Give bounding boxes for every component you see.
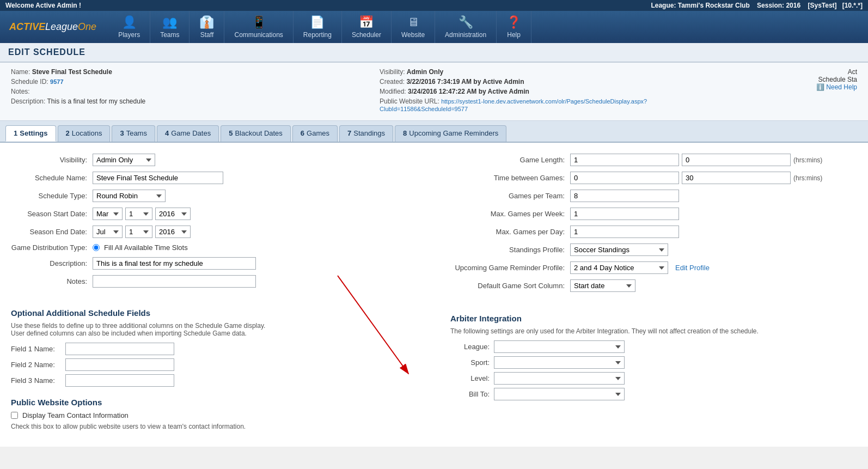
- optional-fields-title: Optional Additional Schedule Fields: [11, 308, 418, 318]
- field1-input[interactable]: [65, 343, 174, 355]
- tab-settings[interactable]: 1Settings: [5, 125, 56, 142]
- nav-communications[interactable]: 📱 Communications: [224, 11, 293, 43]
- nav-scheduler-label: Scheduler: [352, 31, 381, 39]
- tab-blackout-dates[interactable]: 5Blackout Dates: [221, 125, 291, 142]
- nav-players-label: Players: [118, 31, 140, 39]
- games-per-team-label: Games per Team:: [445, 192, 570, 200]
- time-between-hrs[interactable]: [570, 172, 679, 184]
- tab-locations[interactable]: 2Locations: [58, 125, 111, 142]
- arbiter-league-label: League:: [450, 343, 494, 351]
- games-per-team-input[interactable]: [570, 190, 679, 202]
- season-start-day[interactable]: 123: [125, 208, 152, 220]
- max-games-week-row: Max. Games per Week:: [445, 208, 857, 220]
- tab-games[interactable]: 6Games: [292, 125, 338, 142]
- season-start-year[interactable]: 201520162017: [155, 208, 191, 220]
- nav-teams[interactable]: 👥 Teams: [150, 11, 190, 43]
- time-between-mins[interactable]: [682, 172, 791, 184]
- need-help-link[interactable]: ℹ️ Need Help: [816, 83, 857, 91]
- schedule-info-section: Name: Steve Final Test Schedule Schedule…: [0, 63, 868, 121]
- name-value: Steve Final Test Schedule: [32, 68, 112, 76]
- admin-name: Active Admin !: [35, 2, 81, 9]
- schedule-status-label: Schedule Sta: [748, 76, 857, 83]
- max-games-week-input[interactable]: [570, 208, 679, 220]
- season-end-year[interactable]: 201520162017: [155, 226, 191, 238]
- display-contact-desc: Check this box to allow public website u…: [11, 423, 418, 430]
- nav-reporting[interactable]: 📄 Reporting: [294, 11, 342, 43]
- modified-row: Modified: 3/24/2016 12:47:22 AM by Activ…: [380, 88, 726, 95]
- arbiter-level-select[interactable]: [494, 372, 625, 385]
- standings-profile-select[interactable]: Soccer Standings Baseball Standings Cust…: [570, 243, 668, 256]
- default-sort-label: Default Game Sort Column:: [445, 282, 570, 290]
- arbiter-bill-row: Bill To:: [450, 388, 857, 400]
- visibility-select[interactable]: Admin Only Public Members Only: [93, 154, 155, 166]
- season-end-inputs: JanFebMarAprMayJunJulAugSepOctNovDec 123…: [93, 226, 191, 238]
- season-end-label: Season End Date:: [11, 228, 93, 236]
- field3-label: Field 3 Name:: [11, 376, 65, 385]
- nav-administration[interactable]: 🔧 Administration: [435, 11, 497, 43]
- nav-help[interactable]: ❓ Help: [497, 11, 531, 43]
- schedule-name-row: Schedule Name:: [11, 172, 423, 184]
- game-dist-label: Game Distribution Type:: [11, 243, 93, 252]
- nav-staff[interactable]: 👔 Staff: [190, 11, 224, 43]
- visibility-info-label: Visibility:: [380, 68, 405, 76]
- scheduler-icon: 📅: [359, 15, 374, 29]
- max-games-week-label: Max. Games per Week:: [445, 210, 570, 218]
- nav-scheduler[interactable]: 📅 Scheduler: [342, 11, 392, 43]
- standings-profile-label: Standings Profile:: [445, 246, 570, 254]
- form-right: Game Length: (hrs:mins) Time between Gam…: [445, 154, 857, 297]
- upcoming-reminder-label: Upcoming Game Reminder Profile:: [445, 264, 570, 272]
- field2-row: Field 2 Name:: [11, 358, 418, 371]
- default-sort-select[interactable]: Start date Home team Away team: [570, 279, 635, 292]
- season-end-day[interactable]: 123: [125, 226, 152, 238]
- act-label: Act: [748, 68, 857, 76]
- schedule-name-input[interactable]: [93, 172, 223, 184]
- arbiter-bill-label: Bill To:: [450, 390, 494, 398]
- url-row: Public Website URL: https://systest1-lon…: [380, 98, 726, 113]
- field3-input[interactable]: [65, 374, 174, 387]
- id-value[interactable]: 9577: [50, 78, 63, 85]
- tab-standings[interactable]: 7Standings: [339, 125, 393, 142]
- tab-teams[interactable]: 3Teams: [112, 125, 155, 142]
- id-label: Schedule ID:: [11, 78, 48, 86]
- nav-players[interactable]: 👤 Players: [108, 11, 150, 43]
- notes-input[interactable]: [93, 275, 256, 288]
- display-contact-label: Display Team Contact Information: [22, 411, 129, 419]
- visibility-info-value: Admin Only: [407, 68, 443, 76]
- field3-row: Field 3 Name:: [11, 374, 418, 387]
- tabs-bar: 1Settings 2Locations 3Teams 4Game Dates …: [0, 121, 868, 143]
- display-contact-checkbox[interactable]: [11, 412, 18, 419]
- arbiter-sport-select[interactable]: [494, 356, 625, 369]
- tab-game-dates[interactable]: 4Game Dates: [157, 125, 219, 142]
- desc-value: This is a final test for my schedule: [47, 98, 145, 105]
- game-length-row: Game Length: (hrs:mins): [445, 154, 857, 166]
- upcoming-reminder-select[interactable]: 2 and 4 Day Notice 1 Day Notice None: [570, 261, 668, 274]
- season-end-month[interactable]: JanFebMarAprMayJunJulAugSepOctNovDec: [93, 226, 123, 238]
- arbiter-bill-select[interactable]: [494, 388, 625, 400]
- display-contact-row: Display Team Contact Information: [11, 411, 418, 419]
- description-input[interactable]: [93, 257, 256, 270]
- arbiter-league-row: League:: [450, 340, 857, 353]
- schedule-type-select[interactable]: Round Robin Tournament Single Eliminatio…: [93, 190, 166, 202]
- field1-label: Field 1 Name:: [11, 345, 65, 353]
- optional-fields-section: Optional Additional Schedule Fields Use …: [11, 297, 418, 436]
- arbiter-league-select[interactable]: [494, 340, 625, 353]
- arbiter-desc: The following settings are only used for…: [450, 327, 857, 335]
- game-dist-radio-input[interactable]: [93, 244, 100, 251]
- arbiter-section: Arbiter Integration The following settin…: [450, 303, 857, 436]
- schedule-status-area: Act Schedule Sta ℹ️ Need Help: [748, 68, 857, 115]
- bottom-section: Optional Additional Schedule Fields Use …: [11, 297, 857, 436]
- max-games-day-input[interactable]: [570, 226, 679, 238]
- edit-profile-link[interactable]: Edit Profile: [675, 264, 710, 272]
- season-start-month[interactable]: JanFebMarAprMayJunJulAugSepOctNovDec: [93, 208, 123, 220]
- game-length-mins[interactable]: [682, 154, 791, 166]
- nav-website[interactable]: 🖥 Website: [392, 11, 435, 43]
- upcoming-reminder-row: Upcoming Game Reminder Profile: 2 and 4 …: [445, 261, 857, 274]
- max-games-day-label: Max. Games per Day:: [445, 228, 570, 236]
- game-length-hrs[interactable]: [570, 154, 679, 166]
- max-games-day-row: Max. Games per Day:: [445, 226, 857, 238]
- arbiter-sport-label: Sport:: [450, 358, 494, 367]
- field2-input[interactable]: [65, 358, 174, 371]
- tab-upcoming[interactable]: 8Upcoming Game Reminders: [395, 125, 506, 142]
- game-length-unit: (hrs:mins): [793, 156, 822, 164]
- games-per-team-row: Games per Team:: [445, 190, 857, 202]
